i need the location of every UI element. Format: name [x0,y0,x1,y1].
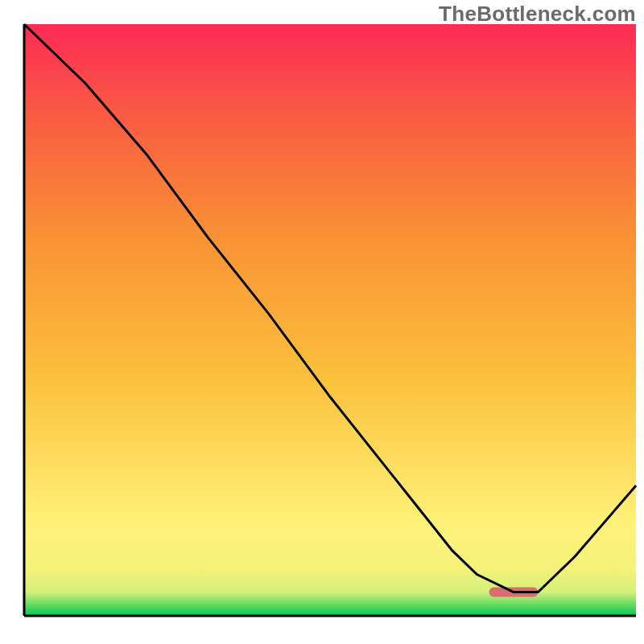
gradient-background [24,24,636,616]
chart-svg [0,0,644,644]
watermark-text: TheBottleneck.com [439,2,636,27]
chart-container: TheBottleneck.com [0,0,644,644]
